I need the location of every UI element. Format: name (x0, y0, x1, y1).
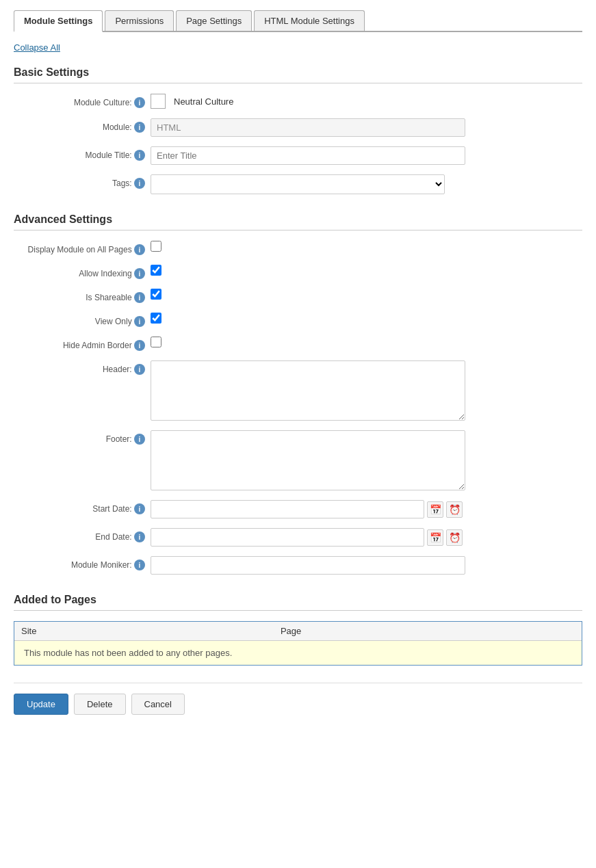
module-culture-control: Neutral Culture (151, 94, 582, 109)
display-all-pages-checkbox[interactable] (151, 241, 161, 252)
added-to-pages-section: Added to Pages Site Page This module has… (14, 588, 582, 666)
header-info-icon[interactable]: i (134, 364, 145, 375)
module-info-icon[interactable]: i (134, 122, 145, 133)
display-all-pages-info-icon[interactable]: i (134, 244, 145, 255)
pages-table: Site Page (14, 622, 582, 641)
start-date-info-icon[interactable]: i (134, 503, 145, 514)
view-only-label: View Only i (14, 313, 151, 327)
footer-control (151, 430, 582, 490)
pages-table-site-header: Site (14, 622, 274, 641)
hide-admin-border-control (151, 337, 582, 347)
button-row: Update Delete Cancel (14, 683, 582, 722)
allow-indexing-label: Allow Indexing i (14, 265, 151, 279)
module-title-control (151, 146, 582, 165)
is-shareable-control (151, 289, 582, 300)
module-culture-row: Module Culture: i Neutral Culture (14, 94, 582, 109)
view-only-row: View Only i (14, 313, 582, 327)
end-date-control: 📅 ⏰ (151, 528, 582, 547)
cancel-button[interactable]: Cancel (131, 694, 185, 715)
tags-label: Tags: i (14, 174, 151, 189)
header-label: Header: i (14, 360, 151, 375)
end-date-label: End Date: i (14, 528, 151, 542)
added-to-pages-header: Added to Pages (14, 588, 582, 611)
module-title-input[interactable] (151, 146, 465, 165)
start-date-control: 📅 ⏰ (151, 500, 582, 518)
pages-table-page-header: Page (274, 622, 582, 641)
module-moniker-info-icon[interactable]: i (134, 560, 145, 570)
start-date-input[interactable] (151, 500, 424, 518)
module-moniker-row: Module Moniker: i (14, 556, 582, 575)
allow-indexing-info-icon[interactable]: i (134, 268, 145, 279)
update-button[interactable]: Update (14, 694, 68, 715)
end-date-calendar-icon[interactable]: 📅 (427, 529, 443, 546)
tab-page-settings[interactable]: Page Settings (176, 10, 252, 31)
allow-indexing-control (151, 265, 582, 276)
module-row: Module: i (14, 118, 582, 137)
pages-table-head: Site Page (14, 622, 582, 641)
basic-settings-section: Basic Settings Module Culture: i Neutral… (14, 61, 582, 194)
pages-table-wrap: Site Page This module has not been added… (14, 621, 582, 666)
neutral-culture-text: Neutral Culture (174, 96, 233, 107)
tab-permissions[interactable]: Permissions (105, 10, 174, 31)
end-date-row: End Date: i 📅 ⏰ (14, 528, 582, 547)
allow-indexing-checkbox[interactable] (151, 265, 161, 276)
hide-admin-border-row: Hide Admin Border i (14, 337, 582, 351)
tags-select[interactable] (151, 174, 445, 194)
module-title-label: Module Title: i (14, 146, 151, 161)
tab-bar: Module Settings Permissions Page Setting… (14, 10, 582, 32)
allow-indexing-row: Allow Indexing i (14, 265, 582, 279)
tab-html-module-settings[interactable]: HTML Module Settings (254, 10, 365, 31)
tags-row: Tags: i (14, 174, 582, 194)
no-pages-message: This module has not been added to any ot… (14, 641, 582, 665)
hide-admin-border-label: Hide Admin Border i (14, 337, 151, 351)
view-only-info-icon[interactable]: i (134, 316, 145, 327)
tags-info-icon[interactable]: i (134, 178, 145, 189)
start-date-label: Start Date: i (14, 500, 151, 514)
view-only-checkbox[interactable] (151, 313, 161, 324)
display-all-pages-control (151, 241, 582, 252)
module-culture-label: Module Culture: i (14, 94, 151, 108)
is-shareable-label: Is Shareable i (14, 289, 151, 303)
start-date-row: Start Date: i 📅 ⏰ (14, 500, 582, 518)
footer-label: Footer: i (14, 430, 151, 445)
basic-settings-header: Basic Settings (14, 61, 582, 83)
advanced-settings-section: Advanced Settings Display Module on All … (14, 208, 582, 575)
is-shareable-row: Is Shareable i (14, 289, 582, 303)
module-title-info-icon[interactable]: i (134, 150, 145, 161)
display-all-pages-row: Display Module on All Pages i (14, 241, 582, 255)
advanced-settings-header: Advanced Settings (14, 208, 582, 231)
module-title-row: Module Title: i (14, 146, 582, 165)
hide-admin-border-info-icon[interactable]: i (134, 340, 145, 351)
start-date-calendar-icon[interactable]: 📅 (427, 501, 443, 518)
tags-control (151, 174, 582, 194)
module-moniker-input[interactable] (151, 556, 465, 575)
module-culture-box[interactable] (151, 94, 166, 109)
module-label: Module: i (14, 118, 151, 133)
view-only-control (151, 313, 582, 324)
header-row: Header: i (14, 360, 582, 421)
footer-info-icon[interactable]: i (134, 434, 145, 445)
module-moniker-label: Module Moniker: i (14, 556, 151, 570)
start-date-clock-icon[interactable]: ⏰ (446, 501, 463, 518)
is-shareable-checkbox[interactable] (151, 289, 161, 300)
module-moniker-control (151, 556, 582, 575)
is-shareable-info-icon[interactable]: i (134, 292, 145, 303)
module-input (151, 118, 465, 137)
end-date-input[interactable] (151, 528, 424, 547)
delete-button[interactable]: Delete (74, 694, 126, 715)
end-date-info-icon[interactable]: i (134, 531, 145, 542)
footer-row: Footer: i (14, 430, 582, 490)
display-all-pages-label: Display Module on All Pages i (14, 241, 151, 255)
module-culture-info-icon[interactable]: i (134, 97, 145, 108)
hide-admin-border-checkbox[interactable] (151, 337, 161, 347)
collapse-all-link[interactable]: Collapse All (14, 42, 60, 53)
header-control (151, 360, 582, 421)
header-textarea[interactable] (151, 360, 465, 421)
footer-textarea[interactable] (151, 430, 465, 490)
module-control (151, 118, 582, 137)
end-date-clock-icon[interactable]: ⏰ (446, 529, 463, 546)
tab-module-settings[interactable]: Module Settings (14, 10, 103, 32)
